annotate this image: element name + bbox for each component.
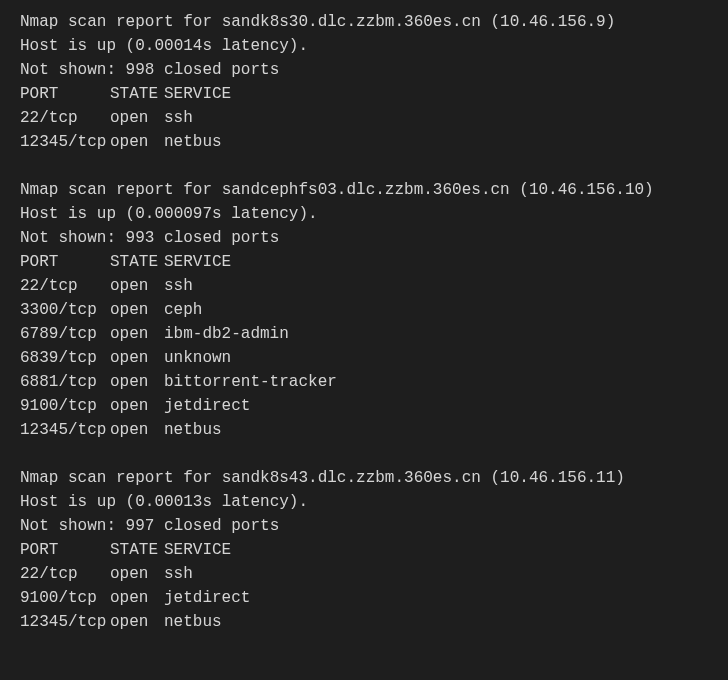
host-status-line: Host is up (0.00014s latency). [20, 34, 708, 58]
service-cell: ceph [164, 298, 708, 322]
port-cell: 6789/tcp [20, 322, 110, 346]
service-cell: jetdirect [164, 586, 708, 610]
port-row: 6789/tcpopenibm-db2-admin [20, 322, 708, 346]
port-row: 6839/tcpopenunknown [20, 346, 708, 370]
port-row: 3300/tcpopenceph [20, 298, 708, 322]
state-cell: open [110, 394, 164, 418]
port-header-service: SERVICE [164, 538, 708, 562]
port-row: 9100/tcpopenjetdirect [20, 586, 708, 610]
port-row: 12345/tcpopennetbus [20, 610, 708, 634]
port-row: 12345/tcpopennetbus [20, 418, 708, 442]
state-cell: open [110, 610, 164, 634]
port-row: 22/tcpopenssh [20, 106, 708, 130]
state-cell: open [110, 322, 164, 346]
service-cell: ssh [164, 562, 708, 586]
port-cell: 6881/tcp [20, 370, 110, 394]
service-cell: ssh [164, 106, 708, 130]
service-cell: bittorrent-tracker [164, 370, 708, 394]
service-cell: netbus [164, 418, 708, 442]
host-status-line: Host is up (0.000097s latency). [20, 202, 708, 226]
port-header-service: SERVICE [164, 250, 708, 274]
terminal-output: Nmap scan report for sandk8s30.dlc.zzbm.… [20, 10, 708, 634]
port-row: 9100/tcpopenjetdirect [20, 394, 708, 418]
state-cell: open [110, 106, 164, 130]
scan-report-block: Nmap scan report for sandcephfs03.dlc.zz… [20, 178, 708, 442]
port-cell: 22/tcp [20, 562, 110, 586]
service-cell: netbus [164, 610, 708, 634]
port-cell: 3300/tcp [20, 298, 110, 322]
scan-report-header: Nmap scan report for sandk8s43.dlc.zzbm.… [20, 466, 708, 490]
port-cell: 9100/tcp [20, 586, 110, 610]
service-cell: ibm-db2-admin [164, 322, 708, 346]
host-status-line: Host is up (0.00013s latency). [20, 490, 708, 514]
port-cell: 12345/tcp [20, 610, 110, 634]
port-header-service: SERVICE [164, 82, 708, 106]
port-cell: 22/tcp [20, 274, 110, 298]
state-cell: open [110, 586, 164, 610]
scan-report-block: Nmap scan report for sandk8s30.dlc.zzbm.… [20, 10, 708, 154]
port-row: 22/tcpopenssh [20, 274, 708, 298]
port-cell: 22/tcp [20, 106, 110, 130]
state-cell: open [110, 370, 164, 394]
port-row: 22/tcpopenssh [20, 562, 708, 586]
state-cell: open [110, 562, 164, 586]
not-shown-line: Not shown: 998 closed ports [20, 58, 708, 82]
port-header-state: STATE [110, 82, 164, 106]
port-table-header: PORTSTATESERVICE [20, 82, 708, 106]
port-cell: 12345/tcp [20, 130, 110, 154]
port-row: 12345/tcpopennetbus [20, 130, 708, 154]
service-cell: ssh [164, 274, 708, 298]
port-header-state: STATE [110, 538, 164, 562]
port-table-header: PORTSTATESERVICE [20, 538, 708, 562]
state-cell: open [110, 130, 164, 154]
port-header-port: PORT [20, 250, 110, 274]
state-cell: open [110, 274, 164, 298]
not-shown-line: Not shown: 997 closed ports [20, 514, 708, 538]
port-header-port: PORT [20, 82, 110, 106]
port-cell: 9100/tcp [20, 394, 110, 418]
state-cell: open [110, 346, 164, 370]
port-table-header: PORTSTATESERVICE [20, 250, 708, 274]
scan-report-header: Nmap scan report for sandcephfs03.dlc.zz… [20, 178, 708, 202]
service-cell: unknown [164, 346, 708, 370]
service-cell: jetdirect [164, 394, 708, 418]
port-cell: 6839/tcp [20, 346, 110, 370]
service-cell: netbus [164, 130, 708, 154]
port-cell: 12345/tcp [20, 418, 110, 442]
port-header-port: PORT [20, 538, 110, 562]
not-shown-line: Not shown: 993 closed ports [20, 226, 708, 250]
scan-report-header: Nmap scan report for sandk8s30.dlc.zzbm.… [20, 10, 708, 34]
state-cell: open [110, 298, 164, 322]
scan-report-block: Nmap scan report for sandk8s43.dlc.zzbm.… [20, 466, 708, 634]
port-row: 6881/tcpopenbittorrent-tracker [20, 370, 708, 394]
state-cell: open [110, 418, 164, 442]
port-header-state: STATE [110, 250, 164, 274]
